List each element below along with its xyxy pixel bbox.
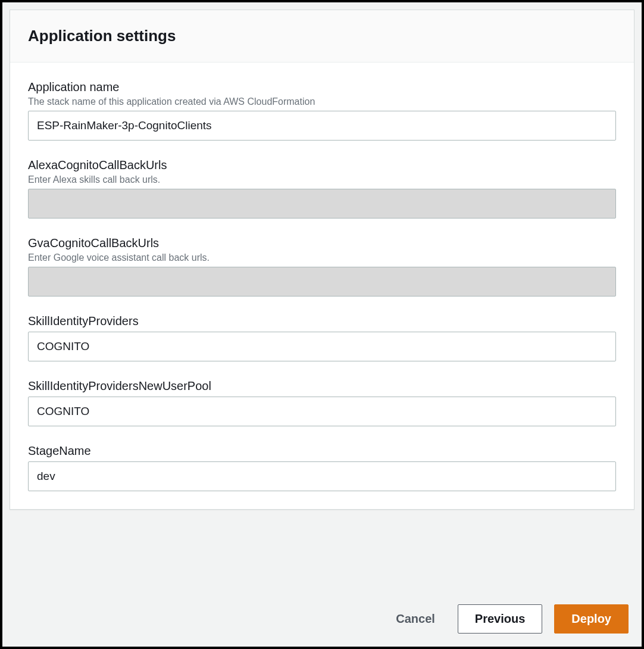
gva-callback-hint: Enter Google voice assistant call back u… bbox=[28, 252, 616, 263]
field-skill-identity-providers: SkillIdentityProviders bbox=[28, 314, 616, 361]
skill-identity-providers-new-input[interactable] bbox=[28, 397, 616, 426]
application-name-input[interactable] bbox=[28, 111, 616, 141]
field-application-name: Application name The stack name of this … bbox=[28, 80, 616, 141]
skill-identity-providers-label: SkillIdentityProviders bbox=[28, 314, 616, 328]
gva-callback-label: GvaCognitoCallBackUrls bbox=[28, 236, 616, 250]
panel-body: Application name The stack name of this … bbox=[10, 63, 634, 509]
footer-actions: Cancel Previous Deploy bbox=[10, 586, 634, 639]
deploy-button[interactable]: Deploy bbox=[554, 604, 629, 634]
alexa-callback-input[interactable] bbox=[28, 189, 616, 219]
field-alexa-callback: AlexaCognitoCallBackUrls Enter Alexa ski… bbox=[28, 158, 616, 219]
stage-name-input[interactable] bbox=[28, 461, 616, 491]
skill-identity-providers-input[interactable] bbox=[28, 332, 616, 361]
alexa-callback-hint: Enter Alexa skills call back urls. bbox=[28, 174, 616, 185]
stage-name-label: StageName bbox=[28, 444, 616, 458]
panel-title: Application settings bbox=[28, 27, 616, 45]
alexa-callback-label: AlexaCognitoCallBackUrls bbox=[28, 158, 616, 172]
field-skill-identity-providers-new: SkillIdentityProvidersNewUserPool bbox=[28, 379, 616, 426]
field-stage-name: StageName bbox=[28, 444, 616, 491]
gva-callback-input[interactable] bbox=[28, 267, 616, 297]
cancel-button[interactable]: Cancel bbox=[385, 605, 446, 633]
application-name-hint: The stack name of this application creat… bbox=[28, 96, 616, 107]
application-settings-panel: Application settings Application name Th… bbox=[10, 10, 634, 510]
application-name-label: Application name bbox=[28, 80, 616, 94]
panel-header: Application settings bbox=[10, 10, 634, 63]
skill-identity-providers-new-label: SkillIdentityProvidersNewUserPool bbox=[28, 379, 616, 393]
field-gva-callback: GvaCognitoCallBackUrls Enter Google voic… bbox=[28, 236, 616, 297]
previous-button[interactable]: Previous bbox=[458, 604, 542, 634]
